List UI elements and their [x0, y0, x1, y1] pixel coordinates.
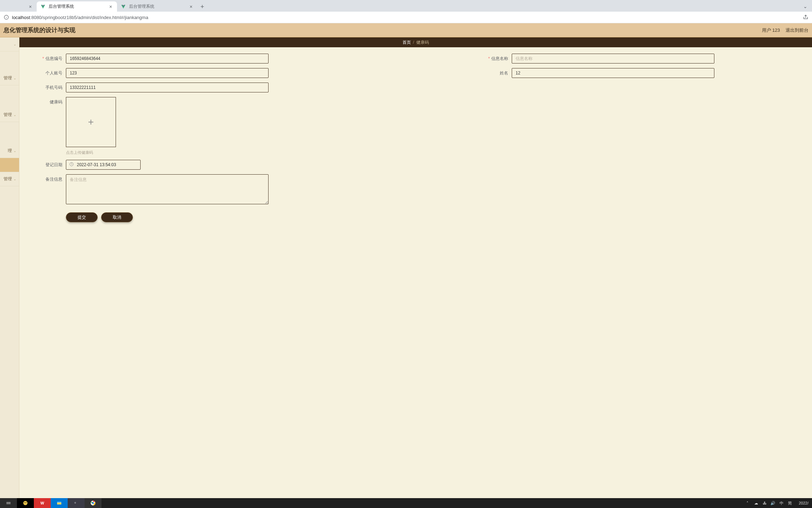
chevron-up-icon[interactable]: ˄: [745, 501, 750, 506]
onedrive-icon[interactable]: ☁: [753, 501, 758, 506]
chevron-down-icon: ⌄: [13, 149, 16, 153]
browser-tab-bar: × 后台管理系统 × 后台管理系统 × + ⌄: [0, 0, 812, 12]
sidebar-item-active[interactable]: [0, 158, 19, 172]
info-name-input[interactable]: [512, 54, 714, 64]
personal-account-input[interactable]: [66, 68, 269, 78]
vue-icon: [121, 4, 126, 10]
close-icon[interactable]: ×: [27, 4, 33, 10]
chevron-down-icon: ⌄: [13, 113, 16, 117]
sidebar-item[interactable]: 管理 ⌄: [0, 172, 19, 186]
chevron-down-icon: ⌄: [13, 42, 16, 46]
info-number-label: 信息编号: [24, 54, 66, 64]
browser-tab[interactable]: 后台管理系统 ×: [37, 1, 117, 12]
info-number-input[interactable]: [66, 54, 269, 64]
form: 信息编号 信息名称 个人账号: [19, 47, 812, 229]
register-date-label: 登记日期: [24, 160, 66, 170]
windows-taskbar: W IJ ˄ ☁ 🖧 🔊 中 简 2022/: [0, 498, 812, 508]
healthcode-uploader[interactable]: +: [66, 97, 116, 147]
sidebar-item[interactable]: 理 ⌄: [0, 144, 19, 158]
sidebar: ⌄ 管理 ⌄ 管理 ⌄ 理 ⌄ 管理 ⌄: [0, 37, 19, 498]
share-icon[interactable]: [803, 14, 808, 21]
chevron-down-icon: ⌄: [13, 177, 16, 181]
new-tab-button[interactable]: +: [197, 2, 207, 12]
tabs-overflow-button[interactable]: ⌄: [800, 1, 811, 12]
sidebar-item-label: 管理: [4, 75, 12, 81]
sidebar-item[interactable]: ⌄: [0, 37, 19, 52]
svg-point-6: [23, 501, 27, 505]
breadcrumb-current: 健康码: [416, 40, 429, 46]
taskbar-app[interactable]: IJ: [68, 498, 85, 508]
svg-text:IJ: IJ: [74, 502, 76, 504]
ime-indicator[interactable]: 中: [779, 501, 784, 506]
chevron-down-icon: ⌄: [13, 76, 16, 80]
phone-input[interactable]: [66, 83, 269, 92]
breadcrumb: 首页 / 健康码: [19, 37, 812, 47]
system-tray: ˄ ☁ 🖧 🔊 中 简 2022/: [742, 498, 812, 508]
tab-title: 后台管理系统: [49, 4, 108, 10]
svg-rect-5: [6, 503, 11, 504]
sidebar-item[interactable]: 管理 ⌄: [0, 108, 19, 122]
remark-label: 备注信息: [24, 174, 66, 184]
svg-point-7: [24, 502, 25, 503]
sidebar-item-label: 管理: [4, 112, 12, 118]
taskbar-app[interactable]: [51, 498, 68, 508]
personal-account-label: 个人账号: [24, 68, 66, 78]
cancel-button[interactable]: 取消: [101, 212, 133, 222]
tab-title: 后台管理系统: [129, 4, 188, 10]
taskbar-app[interactable]: [17, 498, 34, 508]
svg-rect-4: [6, 502, 11, 503]
sidebar-item-label: 理: [8, 148, 12, 154]
breadcrumb-separator: /: [413, 40, 414, 45]
phone-label: 手机号码: [24, 83, 66, 92]
remark-textarea[interactable]: [66, 174, 269, 204]
breadcrumb-home[interactable]: 首页: [402, 40, 411, 46]
plus-icon: +: [88, 116, 94, 128]
svg-point-8: [26, 502, 26, 503]
taskbar-app[interactable]: W: [34, 498, 51, 508]
browser-tab[interactable]: 后台管理系统 ×: [117, 1, 197, 12]
taskbar-clock[interactable]: 2022/: [796, 501, 808, 505]
app-header: 息化管理系统的设计与实现 用户 123 退出到前台: [0, 23, 812, 37]
logout-link[interactable]: 退出到前台: [786, 27, 808, 34]
sidebar-item-label: 管理: [4, 176, 12, 182]
vue-icon: [40, 4, 46, 10]
user-label[interactable]: 用户 123: [762, 27, 780, 34]
browser-tab[interactable]: ×: [1, 1, 37, 12]
submit-button[interactable]: 提交: [66, 212, 98, 222]
url-text[interactable]: localhost:8080/springbootz18b5/admin/dis…: [12, 15, 148, 20]
close-icon[interactable]: ×: [108, 4, 113, 10]
browser-address-bar: localhost:8080/springbootz18b5/admin/dis…: [0, 12, 812, 23]
register-date-input[interactable]: [66, 160, 141, 170]
info-name-label: 信息名称: [469, 54, 512, 64]
close-icon[interactable]: ×: [188, 4, 194, 10]
clock-icon: [69, 162, 74, 168]
healthcode-label: 健康码: [24, 97, 66, 107]
site-info-icon[interactable]: [4, 14, 9, 20]
name-label: 姓名: [469, 68, 512, 78]
svg-rect-10: [57, 502, 61, 503]
ime-indicator-2[interactable]: 简: [787, 501, 792, 506]
main-content: 首页 / 健康码 信息编号 信息名称: [19, 37, 812, 498]
taskbar-chrome[interactable]: [85, 498, 102, 508]
page-title: 息化管理系统的设计与实现: [4, 26, 75, 34]
name-input[interactable]: [512, 68, 714, 78]
volume-icon[interactable]: 🔊: [770, 501, 775, 506]
uploader-tip: 点击上传健康码: [66, 150, 116, 155]
start-button[interactable]: [0, 498, 17, 508]
network-icon[interactable]: 🖧: [762, 501, 767, 505]
sidebar-item[interactable]: 管理 ⌄: [0, 71, 19, 85]
